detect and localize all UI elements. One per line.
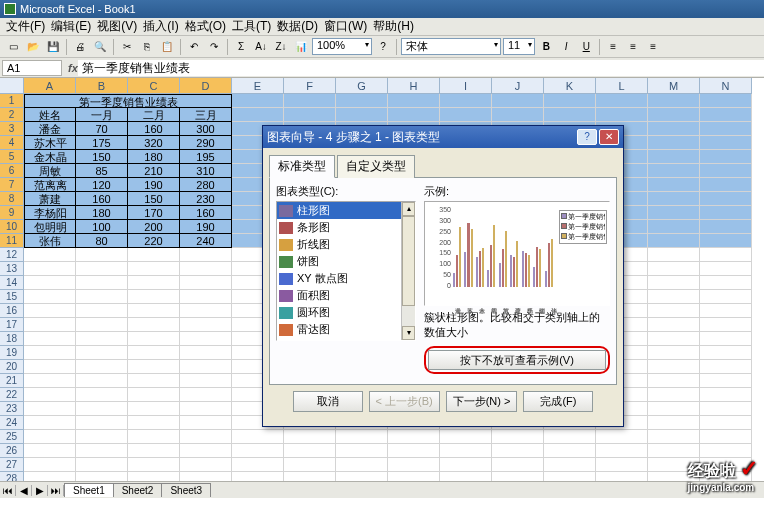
cell[interactable] [76,332,128,346]
cell[interactable] [336,444,388,458]
help-icon[interactable]: ? [374,38,392,56]
cell[interactable]: 一月 [76,108,128,122]
row-header[interactable]: 12 [0,248,24,262]
row-header[interactable]: 22 [0,388,24,402]
cell[interactable] [24,290,76,304]
cell[interactable] [180,430,232,444]
cell[interactable] [284,458,336,472]
cell[interactable]: 150 [76,150,128,164]
cell[interactable]: 三月 [180,108,232,122]
cell[interactable]: 280 [180,178,232,192]
row-header[interactable]: 16 [0,304,24,318]
cell[interactable] [76,360,128,374]
row-header[interactable]: 19 [0,346,24,360]
cell[interactable] [700,108,752,122]
cell[interactable]: 230 [180,192,232,206]
cell[interactable] [596,458,648,472]
cell[interactable] [544,430,596,444]
column-header[interactable]: J [492,78,544,94]
cell[interactable] [128,276,180,290]
cell[interactable] [596,108,648,122]
cell[interactable] [24,402,76,416]
scroll-down-icon[interactable]: ▾ [402,326,415,340]
cell[interactable] [700,234,752,248]
save-icon[interactable]: 💾 [44,38,62,56]
cell[interactable] [180,416,232,430]
cell[interactable] [700,248,752,262]
undo-icon[interactable]: ↶ [185,38,203,56]
cell[interactable] [24,374,76,388]
menu-insert[interactable]: 插入(I) [141,17,180,36]
cell[interactable] [24,276,76,290]
cell[interactable] [76,318,128,332]
cell[interactable] [544,108,596,122]
preview-icon[interactable]: 🔍 [91,38,109,56]
cell[interactable] [492,444,544,458]
cell[interactable]: 120 [76,178,128,192]
cell[interactable] [648,416,700,430]
name-box[interactable]: A1 [2,60,62,76]
cell[interactable] [700,332,752,346]
cell[interactable] [128,318,180,332]
row-header[interactable]: 8 [0,192,24,206]
cell[interactable] [284,94,336,108]
cell[interactable]: 290 [180,136,232,150]
column-header[interactable]: L [596,78,648,94]
copy-icon[interactable]: ⎘ [138,38,156,56]
cell[interactable]: 160 [76,192,128,206]
cell[interactable]: 160 [128,122,180,136]
cell[interactable] [76,444,128,458]
cell[interactable] [180,318,232,332]
underline-icon[interactable]: U [577,38,595,56]
sort-asc-icon[interactable]: A↓ [252,38,270,56]
cell[interactable] [700,150,752,164]
chart-type-item[interactable]: 圆环图 [277,304,415,321]
cell[interactable] [700,346,752,360]
chart-type-item[interactable]: XY 散点图 [277,270,415,287]
cell[interactable]: 潘金 [24,122,76,136]
cell[interactable]: 80 [76,234,128,248]
cell[interactable] [128,416,180,430]
cell[interactable] [24,458,76,472]
cell[interactable] [648,192,700,206]
cell[interactable] [284,108,336,122]
cell[interactable] [76,402,128,416]
cell[interactable] [388,458,440,472]
scroll-up-icon[interactable]: ▴ [402,202,415,216]
cell[interactable] [596,444,648,458]
tab-standard-types[interactable]: 标准类型 [269,155,335,178]
cell[interactable] [128,360,180,374]
cell[interactable] [128,262,180,276]
cell[interactable] [700,122,752,136]
formula-input[interactable]: 第一季度销售业绩表 [78,60,764,76]
column-header[interactable]: E [232,78,284,94]
cell[interactable] [76,416,128,430]
cell[interactable] [700,192,752,206]
cell[interactable]: 180 [128,150,180,164]
cell[interactable] [492,458,544,472]
cell[interactable] [180,388,232,402]
cell[interactable] [700,388,752,402]
tab-nav-next-icon[interactable]: ▶ [32,485,48,496]
align-right-icon[interactable]: ≡ [644,38,662,56]
cell[interactable] [336,430,388,444]
cell[interactable] [648,276,700,290]
cell[interactable] [440,458,492,472]
cell[interactable] [24,388,76,402]
scroll-thumb[interactable] [402,216,415,306]
cell[interactable] [544,94,596,108]
bold-icon[interactable]: B [537,38,555,56]
cell[interactable] [700,318,752,332]
cell[interactable] [388,94,440,108]
cell[interactable] [128,290,180,304]
dialog-close-icon[interactable]: ✕ [599,129,619,145]
redo-icon[interactable]: ↷ [205,38,223,56]
column-header[interactable]: G [336,78,388,94]
column-header[interactable]: B [76,78,128,94]
row-header[interactable]: 25 [0,430,24,444]
cell[interactable]: 320 [128,136,180,150]
row-header[interactable]: 10 [0,220,24,234]
chart-type-item[interactable]: 雷达图 [277,321,415,338]
row-header[interactable]: 24 [0,416,24,430]
cell[interactable] [232,444,284,458]
